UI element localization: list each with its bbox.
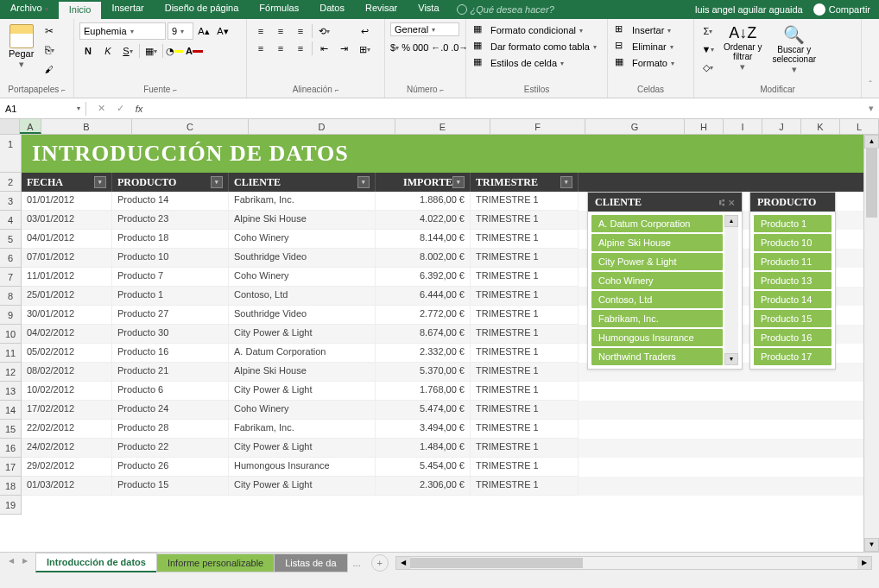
- collapse-ribbon-button[interactable]: ˆ: [862, 19, 879, 98]
- slicer-item[interactable]: Producto 14: [754, 291, 832, 308]
- cell[interactable]: City Power & Light: [229, 477, 376, 496]
- scroll-left-button[interactable]: ◀: [396, 557, 410, 569]
- tell-me-search[interactable]: ¿Qué desea hacer?: [457, 4, 554, 15]
- cell[interactable]: 1.886,00 €: [376, 192, 471, 211]
- cell[interactable]: City Power & Light: [229, 382, 376, 401]
- row-header-9[interactable]: 9: [0, 306, 22, 325]
- select-all-button[interactable]: [0, 119, 20, 134]
- delete-cells-button[interactable]: ⊟Eliminar▾: [613, 39, 688, 54]
- cell[interactable]: Producto 28: [112, 420, 229, 439]
- scroll-up-button[interactable]: ▲: [724, 215, 738, 227]
- borders-button[interactable]: ▦▾: [142, 42, 160, 60]
- col-header-F[interactable]: F: [490, 119, 585, 134]
- vertical-scrollbar[interactable]: ▲ ▼: [863, 135, 879, 552]
- scroll-up-button[interactable]: ▲: [864, 135, 879, 149]
- cell[interactable]: 07/01/2012: [22, 249, 112, 268]
- cell[interactable]: TRIMESTRE 1: [471, 249, 579, 268]
- cell[interactable]: Southridge Video: [229, 249, 376, 268]
- cell[interactable]: Coho Winery: [229, 401, 376, 420]
- cell[interactable]: TRIMESTRE 1: [471, 306, 579, 325]
- cell[interactable]: Coho Winery: [229, 268, 376, 287]
- filter-icon[interactable]: ▾: [94, 176, 106, 188]
- share-button[interactable]: Compartir: [813, 3, 870, 16]
- fx-button[interactable]: fx: [131, 101, 147, 117]
- cell[interactable]: 8.674,00 €: [376, 325, 471, 344]
- cell[interactable]: 2.772,00 €: [376, 306, 471, 325]
- user-name[interactable]: luis angel aguilar aguaida: [695, 4, 803, 15]
- sheet-nav-prev[interactable]: ◀: [5, 557, 17, 569]
- italic-button[interactable]: K: [99, 42, 117, 60]
- row-header-5[interactable]: 5: [0, 230, 22, 249]
- slicer-item[interactable]: Northwind Traders: [591, 348, 723, 365]
- cell[interactable]: 6.444,00 €: [376, 287, 471, 306]
- cell[interactable]: Producto 6: [112, 382, 229, 401]
- clear-filter-icon[interactable]: ⤫: [728, 198, 735, 207]
- cell[interactable]: 4.022,00 €: [376, 211, 471, 230]
- cell[interactable]: A. Datum Corporation: [229, 344, 376, 363]
- format-painter-button[interactable]: [41, 60, 58, 78]
- row-header-14[interactable]: 14: [0, 401, 22, 420]
- cell[interactable]: 04/02/2012: [22, 325, 112, 344]
- cell[interactable]: 1.768,00 €: [376, 382, 471, 401]
- filter-icon[interactable]: ▾: [560, 176, 572, 188]
- cell[interactable]: Producto 7: [112, 268, 229, 287]
- percent-button[interactable]: %: [402, 39, 410, 56]
- col-header-L[interactable]: L: [840, 119, 879, 134]
- cell[interactable]: TRIMESTRE 1: [471, 382, 579, 401]
- cell[interactable]: Producto 14: [112, 192, 229, 211]
- cell[interactable]: TRIMESTRE 1: [471, 458, 579, 477]
- cell[interactable]: Producto 18: [112, 230, 229, 249]
- row-header-18[interactable]: 18: [0, 477, 22, 496]
- tab-view[interactable]: Vista: [408, 0, 449, 19]
- row-header-7[interactable]: 7: [0, 268, 22, 287]
- tab-insert[interactable]: Insertar: [101, 0, 154, 19]
- cell[interactable]: 6.392,00 €: [376, 268, 471, 287]
- cell[interactable]: 30/01/2012: [22, 306, 112, 325]
- th-producto[interactable]: PRODUCTO▾: [112, 173, 229, 192]
- th-trimestre[interactable]: TRIMESTRE▾: [471, 173, 579, 192]
- conditional-format-button[interactable]: ▦Formato condicional▾: [471, 22, 602, 38]
- name-box[interactable]: A1▾: [0, 102, 86, 116]
- cell[interactable]: 24/02/2012: [22, 439, 112, 458]
- underline-button[interactable]: S▾: [119, 42, 136, 60]
- row-header-1[interactable]: 1: [0, 135, 22, 173]
- scroll-thumb[interactable]: [866, 149, 877, 218]
- add-sheet-button[interactable]: +: [371, 554, 389, 572]
- slicer-item[interactable]: Alpine Ski House: [591, 234, 723, 251]
- cell[interactable]: 2.306,00 €: [376, 477, 471, 496]
- cell[interactable]: 17/02/2012: [22, 401, 112, 420]
- sheet-tab-2[interactable]: Informe personalizable: [156, 553, 275, 572]
- cell[interactable]: 11/01/2012: [22, 268, 112, 287]
- slicer-item[interactable]: Producto 15: [754, 310, 832, 327]
- tab-page-layout[interactable]: Diseño de página: [155, 0, 250, 19]
- cell[interactable]: Alpine Ski House: [229, 211, 376, 230]
- cell[interactable]: Fabrikam, Inc.: [229, 192, 376, 211]
- row-header-2[interactable]: 2: [0, 173, 22, 192]
- cell[interactable]: 22/02/2012: [22, 420, 112, 439]
- cell[interactable]: City Power & Light: [229, 325, 376, 344]
- cell[interactable]: Alpine Ski House: [229, 363, 376, 382]
- tab-formulas[interactable]: Fórmulas: [249, 0, 309, 19]
- cell[interactable]: Producto 16: [112, 344, 229, 363]
- row-header-15[interactable]: 15: [0, 420, 22, 439]
- cell[interactable]: Southridge Video: [229, 306, 376, 325]
- col-header-D[interactable]: D: [249, 119, 395, 134]
- slicer-item[interactable]: Producto 13: [754, 272, 832, 289]
- scroll-right-button[interactable]: ▶: [857, 557, 871, 569]
- th-importe[interactable]: IMPORTE▾: [376, 173, 471, 192]
- table-row[interactable]: 22/02/2012Producto 28Fabrikam, Inc.3.494…: [22, 420, 863, 439]
- sort-filter-button[interactable]: A↓Z Ordenar y filtrar▾: [720, 22, 765, 74]
- col-header-K[interactable]: K: [801, 119, 840, 134]
- slicer-item[interactable]: Humongous Insurance: [591, 329, 723, 346]
- comma-button[interactable]: 000: [413, 39, 428, 56]
- tab-file[interactable]: Archivo ▾: [0, 0, 59, 19]
- cell[interactable]: 2.332,00 €: [376, 344, 471, 363]
- cell[interactable]: Producto 27: [112, 306, 229, 325]
- col-header-G[interactable]: G: [585, 119, 685, 134]
- number-format-combo[interactable]: General▾: [390, 22, 459, 36]
- slicer-item[interactable]: Producto 16: [754, 329, 832, 346]
- filter-icon[interactable]: ▾: [452, 176, 465, 188]
- increase-font-button[interactable]: A▴: [195, 22, 212, 40]
- col-header-A[interactable]: A: [20, 119, 41, 134]
- filter-icon[interactable]: ▾: [211, 176, 223, 188]
